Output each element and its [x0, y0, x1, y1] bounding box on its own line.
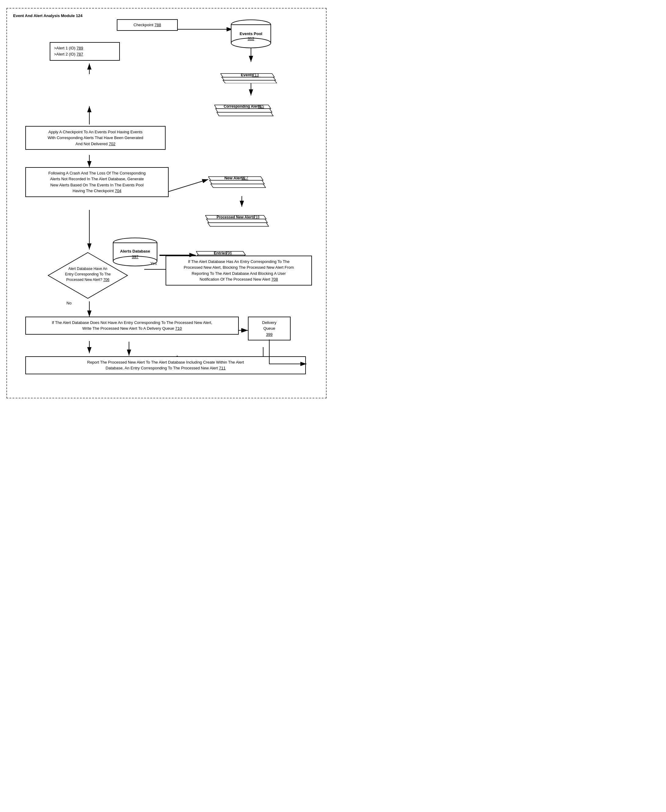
svg-text:715: 715 — [258, 104, 264, 109]
svg-marker-39 — [206, 219, 267, 223]
svg-marker-33 — [211, 184, 265, 188]
svg-text:718: 718 — [254, 215, 259, 220]
checkpoint-label: Checkpoint — [134, 23, 153, 27]
diamond-706: Alert Database Have An Entry Correspondi… — [47, 251, 129, 300]
svg-text:Events: Events — [241, 73, 254, 77]
svg-marker-24 — [222, 77, 276, 80]
delivery-queue: Delivery Queue 399 — [248, 317, 291, 341]
svg-marker-38 — [208, 223, 269, 226]
module-label: Event And Alert Analysis Module 124 — [13, 13, 82, 18]
svg-line-7 — [169, 179, 208, 191]
svg-text:No: No — [66, 301, 72, 305]
callout-line2: >Alert 2 (ID) 787 — [54, 51, 115, 58]
svg-text:312: 312 — [247, 36, 254, 41]
box-710: If The Alert Database Does Not Have An E… — [25, 317, 239, 335]
svg-text:Events Pool: Events Pool — [240, 31, 262, 36]
svg-text:Entry Corresponding To The: Entry Corresponding To The — [65, 272, 111, 276]
processed-alerts-stack: Processed New Alerts 718 — [205, 205, 271, 228]
svg-text:796: 796 — [225, 251, 232, 255]
svg-marker-23 — [223, 80, 277, 83]
svg-text:Processed New Alert? 706: Processed New Alert? 706 — [66, 277, 109, 282]
svg-text:Processed New Alerts: Processed New Alerts — [216, 215, 255, 220]
svg-text:717: 717 — [242, 176, 248, 180]
callout-line1: >Alert 1 (ID) 789 — [54, 45, 115, 51]
corresponding-alerts-stack: Corresponding Alerts 715 — [214, 94, 275, 118]
box-704: Following A Crash And The Loss Of The Co… — [25, 167, 169, 197]
svg-text:397: 397 — [132, 254, 138, 259]
module-label-text: Event And Alert Analysis Module 124 — [13, 13, 82, 18]
svg-marker-29 — [216, 109, 272, 112]
checkpoint-box: Checkpoint 788 — [117, 19, 178, 31]
box-702: Apply A Checkpoint To An Events Pool Hav… — [25, 126, 166, 150]
events-stack: Events 713 — [221, 62, 277, 84]
svg-text:713: 713 — [252, 73, 259, 77]
svg-marker-34 — [209, 180, 264, 184]
svg-text:Alert Database Have An: Alert Database Have An — [68, 267, 107, 271]
box-711: Report The Processed New Alert To The Al… — [25, 356, 306, 374]
svg-marker-28 — [217, 112, 273, 116]
box-708: If The Alert Database Has An Entry Corre… — [166, 256, 312, 286]
checkpoint-id: 788 — [154, 23, 161, 27]
svg-text:Corresponding Alerts: Corresponding Alerts — [224, 104, 261, 109]
diagram-container: Event And Alert Analysis Module 124 — [7, 8, 326, 398]
callout-box: >Alert 1 (ID) 789 >Alert 2 (ID) 787 — [50, 42, 120, 61]
events-pool: Events Pool 312 — [230, 19, 272, 50]
new-alerts-stack: New Alerts 717 — [208, 167, 268, 190]
